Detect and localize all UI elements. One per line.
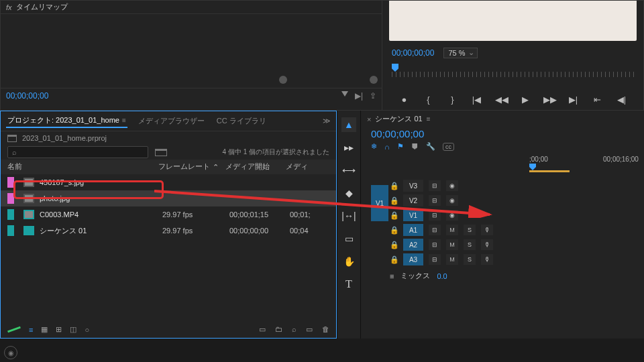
time-remap-label[interactable]: タイムリマップ (16, 2, 68, 12)
hamburger-icon[interactable]: ≡ (122, 117, 126, 124)
playhead-icon[interactable] (529, 164, 536, 170)
step-back-button[interactable]: ◀◀ (495, 95, 507, 105)
shield-icon[interactable]: ⛊ (411, 143, 419, 151)
list-item-selected[interactable]: photo.jpg (1, 190, 336, 206)
sync-lock-icon[interactable]: ⊟ (429, 195, 441, 206)
mix-value[interactable]: 0.0 (437, 272, 447, 280)
solo-button[interactable]: S (464, 225, 476, 235)
new-bin-button[interactable]: 🗀 (275, 325, 282, 334)
mark-out-button[interactable]: } (447, 95, 459, 105)
extract-button[interactable]: ◀| (616, 95, 628, 105)
captions-icon[interactable]: cc (443, 143, 454, 151)
icon-view-button[interactable]: ▦ (41, 325, 48, 334)
work-area-bar[interactable] (529, 170, 570, 172)
rectangle-tool[interactable]: ▭ (341, 231, 356, 246)
track-select-tool[interactable]: ▸▸ (341, 140, 356, 155)
lock-icon[interactable]: 🔒 (390, 196, 398, 205)
add-marker-button[interactable]: ● (398, 95, 411, 105)
find-button[interactable]: ⌕ (292, 325, 297, 334)
track-v1[interactable]: V1 (403, 209, 423, 221)
sort-button[interactable]: ○ (85, 326, 89, 334)
sync-lock-icon[interactable]: ⊟ (429, 254, 441, 265)
lock-icon[interactable]: 🔒 (390, 211, 398, 220)
settings-icon[interactable]: 🔧 (426, 142, 435, 151)
sync-lock-icon[interactable]: ⊟ (429, 210, 441, 221)
hand-tool[interactable]: ✋ (341, 254, 356, 269)
step-fwd-button[interactable]: ▶▶ (543, 95, 555, 105)
label-swatch[interactable] (7, 225, 14, 236)
list-view-button[interactable]: ≡ (29, 326, 33, 334)
label-swatch[interactable] (7, 193, 14, 204)
scroll-thumb[interactable] (370, 76, 378, 84)
solo-button[interactable]: S (464, 254, 476, 265)
list-item[interactable]: シーケンス 01 29.97 fps 00;00;00;00 00;04 (1, 223, 336, 239)
playhead-icon[interactable] (392, 64, 398, 72)
sync-lock-icon[interactable]: ⊟ (429, 180, 441, 191)
search-input[interactable]: ⌕ (7, 146, 148, 158)
new-bin-icon[interactable] (155, 149, 167, 156)
track-a3[interactable]: A3 (403, 253, 423, 265)
slip-tool[interactable]: |↔| (341, 208, 356, 223)
mic-icon[interactable]: 🎙 (481, 254, 493, 265)
mark-in-button[interactable]: { (423, 95, 435, 105)
razor-tool[interactable]: ◆ (341, 186, 356, 200)
lift-button[interactable]: ⇤ (592, 95, 604, 105)
mix-hamburger-icon[interactable]: ≡ (390, 272, 394, 280)
auto-size-button[interactable]: ◫ (70, 325, 76, 334)
snap-icon[interactable]: ❄ (371, 142, 377, 151)
col-framerate[interactable]: フレームレート⌃ (158, 162, 225, 172)
new-item-button[interactable]: ▭ (259, 325, 266, 334)
source-timecode[interactable]: 00;00;00;00 (6, 91, 48, 101)
scroll-thumb[interactable] (279, 76, 287, 84)
sync-lock-icon[interactable]: ⊟ (429, 239, 441, 250)
zoom-select[interactable]: 75 % (443, 48, 478, 58)
lock-icon[interactable]: 🔒 (390, 255, 398, 264)
filter-icon[interactable] (341, 91, 348, 97)
solo-button[interactable]: S (464, 239, 476, 250)
timeline-timecode[interactable]: 00;00;00;00 (371, 128, 424, 139)
play-button[interactable]: ▶ (519, 95, 531, 105)
label-swatch[interactable] (7, 209, 14, 220)
eye-icon[interactable]: ◉ (446, 180, 458, 191)
write-mode-icon[interactable] (7, 326, 21, 333)
tab-project[interactable]: プロジェクト: 2023_01_01_home≡ (6, 114, 127, 128)
lock-icon[interactable]: 🔒 (390, 241, 398, 249)
go-prev-button[interactable]: |◀ (471, 95, 483, 105)
eye-icon[interactable]: ◉ (446, 195, 458, 206)
type-tool[interactable]: T (341, 277, 356, 292)
track-a2[interactable]: A2 (403, 239, 423, 251)
label-swatch[interactable] (7, 177, 14, 188)
tab-media-browser[interactable]: メディアブラウザー (137, 115, 206, 127)
new-item-button-2[interactable]: ▭ (306, 325, 313, 334)
list-item[interactable]: C0003.MP4 29.97 fps 00;00;01;15 00;01; (1, 206, 336, 223)
track-v3[interactable]: V3 (403, 180, 423, 192)
source-patch-v1[interactable]: V1 (371, 185, 388, 221)
linked-sel-icon[interactable]: ∩ (384, 143, 390, 151)
mic-icon[interactable]: 🎙 (481, 239, 493, 250)
panel-overflow-icon[interactable]: ≫ (323, 117, 331, 125)
tab-cc-libraries[interactable]: CC ライブラリ (215, 115, 268, 127)
freeform-view-button[interactable]: ⊞ (56, 325, 62, 334)
go-next-button[interactable]: ▶| (568, 95, 580, 105)
program-timecode[interactable]: 00;00;00;00 (392, 48, 434, 58)
export-frame-icon[interactable]: ⇪ (370, 91, 376, 101)
close-icon[interactable]: × (367, 115, 371, 123)
selection-tool[interactable]: ▲ (341, 117, 356, 132)
column-header[interactable]: 名前 フレームレート⌃ メディア開始 メディ (1, 160, 336, 174)
col-media-end[interactable]: メディ (286, 162, 329, 172)
lock-icon[interactable]: 🔒 (390, 226, 398, 235)
col-name[interactable]: 名前 (7, 162, 158, 172)
creative-cloud-icon[interactable]: ◉ (4, 346, 17, 359)
program-ruler[interactable] (392, 64, 634, 77)
lock-icon[interactable]: 🔒 (390, 182, 398, 190)
list-item[interactable]: 450187_s.jpg (1, 174, 336, 190)
timeline-ruler[interactable]: ;00;00 00;00;16;00 (529, 156, 637, 172)
sync-lock-icon[interactable]: ⊟ (429, 225, 441, 235)
mic-icon[interactable]: 🎙 (481, 225, 493, 235)
eye-icon[interactable]: ◉ (446, 210, 458, 221)
step-fwd-icon[interactable]: ▶| (355, 91, 363, 101)
col-media-start[interactable]: メディア開始 (225, 162, 286, 172)
mute-button[interactable]: M (446, 225, 458, 235)
sequence-tab[interactable]: シーケンス 01 (375, 114, 422, 124)
marker-icon[interactable]: ⚑ (397, 142, 404, 151)
